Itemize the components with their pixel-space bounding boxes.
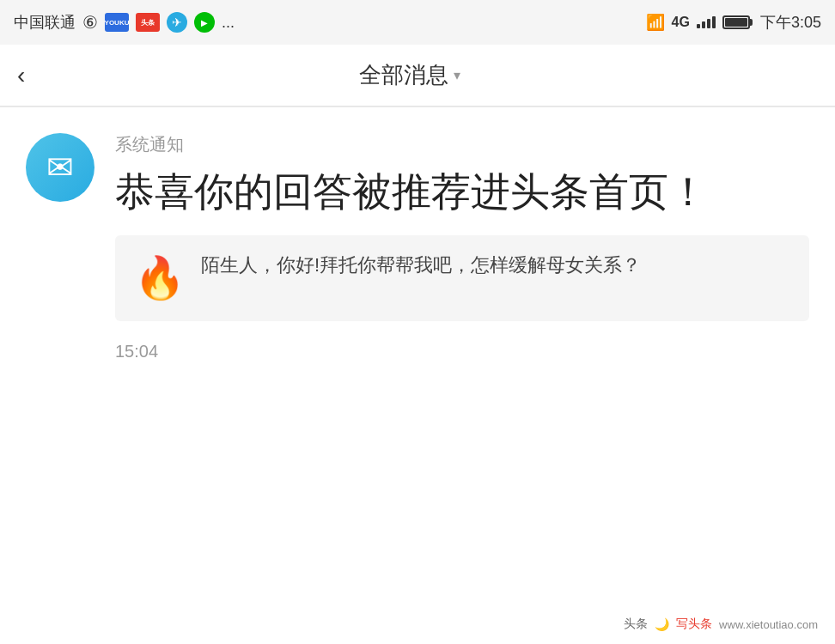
toutiao-footer-icon: 头条 — [624, 617, 648, 632]
site-label: www.xietoutiao.com — [719, 618, 818, 631]
battery-fill — [725, 18, 747, 27]
write-toutiao-label: 写头条 — [676, 617, 712, 632]
fire-icon: 🔥 — [134, 254, 186, 302]
timestamp-label: 15:04 — [115, 342, 809, 361]
notification-avatar: ✉ — [26, 133, 94, 202]
wifi-icon: 📶 — [646, 13, 665, 32]
back-button[interactable]: ‹ — [17, 62, 25, 89]
quote-text: 陌生人，你好!拜托你帮帮我吧，怎样缓解母女关系？ — [201, 251, 641, 279]
battery-icon — [722, 15, 750, 29]
video-play-icon: ▶ — [194, 12, 215, 33]
carrier-signal-icon: ⑥ — [82, 12, 98, 33]
youku-icon: YOUKU — [105, 13, 129, 32]
moon-icon: 🌙 — [655, 617, 669, 631]
more-apps-label: ... — [222, 14, 235, 32]
status-left: 中国联通 ⑥ YOUKU 头条 ✈ ▶ ... — [14, 12, 235, 33]
page-title: 全部消息 ▾ — [42, 60, 777, 90]
notification-card[interactable]: ✉ 系统通知 恭喜你的回答被推荐进头条首页！ 🔥 陌生人，你好!拜托你帮帮我吧，… — [26, 133, 809, 361]
network-type-label: 4G — [672, 15, 690, 30]
envelope-icon: ✉ — [46, 149, 74, 186]
time-label: 下午3:05 — [760, 12, 821, 33]
status-bar: 中国联通 ⑥ YOUKU 头条 ✈ ▶ ... 📶 4G — [0, 0, 835, 45]
notification-source: 系统通知 — [115, 133, 809, 156]
dropdown-arrow-icon[interactable]: ▾ — [454, 67, 460, 83]
status-right: 📶 4G 下午3:05 — [646, 12, 821, 33]
quoted-content-block[interactable]: 🔥 陌生人，你好!拜托你帮帮我吧，怎样缓解母女关系？ — [115, 235, 809, 321]
nav-bar: ‹ 全部消息 ▾ — [0, 45, 835, 106]
notification-title: 恭喜你的回答被推荐进头条首页！ — [115, 167, 809, 218]
footer-watermark: 头条 🌙 写头条 www.xietoutiao.com — [624, 617, 818, 632]
page-title-text: 全部消息 — [359, 60, 448, 90]
notification-content: 系统通知 恭喜你的回答被推荐进头条首页！ 🔥 陌生人，你好!拜托你帮帮我吧，怎样… — [115, 133, 809, 361]
toutiao-app-icon: 头条 — [136, 13, 160, 32]
carrier-label: 中国联通 — [14, 12, 76, 33]
signal-strength-icon — [697, 16, 716, 28]
telegram-icon: ✈ — [167, 12, 187, 33]
quote-avatar: 🔥 — [132, 251, 187, 306]
content-area: ✉ 系统通知 恭喜你的回答被推荐进头条首页！ 🔥 陌生人，你好!拜托你帮帮我吧，… — [0, 107, 835, 379]
